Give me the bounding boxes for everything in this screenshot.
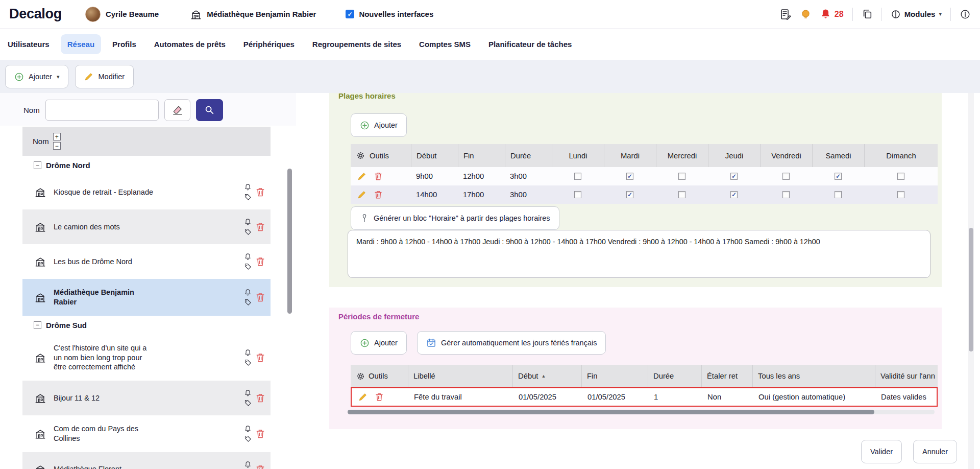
collapse-all-button[interactable]: −	[53, 142, 61, 150]
tree-item-selected[interactable]: Médiathèque Benjamin Rabier	[22, 279, 271, 316]
column-header-debut[interactable]: Début ▲	[512, 365, 581, 387]
bell-icon[interactable]	[244, 349, 252, 357]
copy-icon[interactable]	[862, 9, 873, 20]
delete-icon[interactable]	[374, 172, 383, 181]
day-checkbox-dimanche[interactable]	[897, 173, 904, 180]
tab-reseau[interactable]: Réseau	[61, 34, 101, 54]
name-filter-input[interactable]	[45, 100, 159, 121]
delete-icon[interactable]	[255, 187, 265, 197]
delete-icon[interactable]	[374, 190, 383, 199]
add-schedule-button[interactable]: Ajouter	[351, 113, 407, 137]
column-header-tous-les-ans[interactable]: Tous les ans	[752, 365, 875, 387]
decalog-logo[interactable]: Decalog	[9, 6, 62, 22]
tree-group-drome-sud[interactable]: − Drôme Sud	[22, 316, 271, 335]
site-selector[interactable]: Médiathèque Benjamin Rabier	[190, 9, 316, 20]
contract-pen-icon[interactable]	[779, 8, 792, 20]
bell-icon[interactable]	[244, 425, 252, 433]
day-checkbox-mardi[interactable]	[626, 173, 633, 180]
bell-icon[interactable]	[244, 183, 252, 191]
column-header-etaler-retour[interactable]: Étaler ret	[701, 365, 752, 387]
collapse-icon[interactable]: −	[34, 321, 41, 329]
info-icon[interactable]	[960, 9, 971, 20]
tree-item[interactable]: Les bus de Drôme Nord	[22, 244, 271, 279]
day-checkbox-lundi[interactable]	[574, 173, 581, 180]
edit-icon[interactable]	[357, 172, 366, 181]
day-checkbox-mardi[interactable]	[626, 191, 633, 198]
tab-automates-de-prets[interactable]: Automates de prêts	[148, 34, 232, 54]
tree-item[interactable]: Kiosque de retrait - Esplanade	[22, 175, 271, 209]
add-button[interactable]: Ajouter ▾	[5, 65, 68, 88]
day-checkbox-samedi[interactable]	[835, 173, 842, 180]
column-header-validite[interactable]: Validité sur l'ann	[875, 365, 938, 387]
collapse-icon[interactable]: −	[34, 161, 41, 169]
delete-icon[interactable]	[255, 292, 265, 302]
edit-icon[interactable]	[357, 190, 366, 199]
cancel-button[interactable]: Annuler	[913, 440, 957, 463]
bell-icon[interactable]	[244, 461, 252, 468]
tab-profils[interactable]: Profils	[106, 34, 143, 54]
delete-icon[interactable]	[255, 464, 265, 469]
expand-all-button[interactable]: +	[53, 133, 61, 140]
clear-filter-button[interactable]	[164, 99, 190, 121]
edit-button[interactable]: Modifier	[75, 65, 134, 88]
tree-item[interactable]: Com de com du Pays des Collines	[22, 415, 271, 452]
tab-peripheriques[interactable]: Périphériques	[237, 34, 301, 54]
validate-button[interactable]: Valider	[861, 440, 902, 463]
tag-icon[interactable]	[244, 298, 252, 306]
day-checkbox-dimanche[interactable]	[897, 191, 904, 198]
column-header-fin[interactable]: Fin	[581, 365, 648, 387]
tab-planificateur-de-taches[interactable]: Planificateur de tâches	[482, 34, 578, 54]
day-checkbox-lundi[interactable]	[574, 191, 581, 198]
tag-icon[interactable]	[244, 435, 252, 442]
new-interfaces-checkbox[interactable]	[346, 10, 354, 18]
day-checkbox-vendredi[interactable]	[782, 173, 790, 180]
modules-menu[interactable]: Modules ▾	[891, 9, 942, 19]
column-header-duree[interactable]: Durée	[648, 365, 701, 387]
column-header-fin[interactable]: Fin	[458, 144, 505, 167]
user-menu[interactable]: Cyrile Beaume	[85, 7, 159, 22]
day-checkbox-jeudi[interactable]	[730, 173, 738, 180]
tree-item[interactable]: C'est l'histoire d'un site qui a un nom …	[22, 335, 271, 381]
day-checkbox-mercredi[interactable]	[678, 191, 685, 198]
search-button[interactable]	[196, 99, 223, 121]
notifications-button[interactable]: 28	[820, 8, 844, 20]
delete-icon[interactable]	[255, 353, 265, 363]
delete-icon[interactable]	[255, 256, 265, 267]
day-checkbox-samedi[interactable]	[835, 191, 842, 198]
bell-icon[interactable]	[244, 218, 252, 226]
page-scrollbar-thumb[interactable]	[969, 228, 973, 351]
tree-group-drome-nord[interactable]: − Drôme Nord	[22, 156, 271, 175]
add-closure-button[interactable]: Ajouter	[351, 331, 407, 355]
tag-icon[interactable]	[244, 263, 252, 270]
tree-item[interactable]: Le camion des mots	[22, 209, 271, 244]
delete-icon[interactable]	[375, 392, 384, 402]
column-header-duree[interactable]: Durée	[505, 144, 552, 167]
tree-item[interactable]: Bijour 11 & 12	[22, 381, 271, 415]
tag-icon[interactable]	[244, 228, 252, 236]
bell-icon[interactable]	[244, 289, 252, 296]
sidebar-scrollbar-thumb[interactable]	[287, 169, 292, 314]
tag-icon[interactable]	[244, 193, 252, 201]
day-checkbox-mercredi[interactable]	[678, 173, 685, 180]
column-header-debut[interactable]: Début	[411, 144, 458, 167]
tab-comptes-sms[interactable]: Comptes SMS	[412, 34, 477, 54]
closure-row-highlighted[interactable]: Fête du travail 01/05/2025 01/05/2025 1 …	[351, 387, 938, 407]
schedule-summary-textarea[interactable]: Mardi : 9h00 à 12h00 - 14h00 à 17h00 Jeu…	[348, 230, 930, 278]
delete-icon[interactable]	[255, 222, 265, 232]
tab-utilisateurs[interactable]: Utilisateurs	[1, 34, 56, 54]
lightbulb-icon[interactable]	[800, 9, 811, 19]
manage-holidays-button[interactable]: Gérer automatiquement les jours fériés f…	[417, 331, 606, 355]
tag-icon[interactable]	[244, 399, 252, 407]
column-header-libelle[interactable]: Libellé	[408, 365, 512, 387]
delete-icon[interactable]	[255, 429, 265, 439]
delete-icon[interactable]	[255, 393, 265, 403]
day-checkbox-vendredi[interactable]	[782, 191, 790, 198]
generate-schedule-block-button[interactable]: Générer un bloc "Horaire" à partir des p…	[351, 206, 559, 230]
tab-regroupements-de-sites[interactable]: Regroupements de sites	[306, 34, 408, 54]
tag-icon[interactable]	[244, 359, 252, 366]
day-checkbox-jeudi[interactable]	[730, 191, 738, 198]
bell-icon[interactable]	[244, 389, 252, 397]
horizontal-scrollbar-thumb[interactable]	[348, 410, 874, 414]
tree-item[interactable]: Médiathèque Florent	[22, 452, 271, 469]
bell-icon[interactable]	[244, 253, 252, 261]
